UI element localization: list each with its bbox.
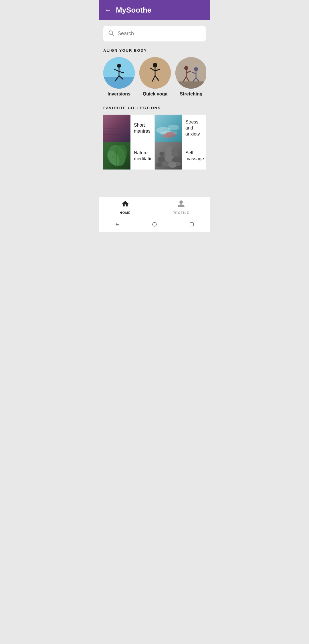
svg-line-1 <box>112 34 114 35</box>
nav-profile-label: PROFILE <box>173 211 189 214</box>
android-nav-bar <box>99 217 210 232</box>
collection-short-mantras[interactable]: Short mantras <box>103 115 154 142</box>
search-input[interactable] <box>118 31 201 37</box>
android-recents-button[interactable] <box>187 220 196 229</box>
collections-section: FAVORITE COLLECTIONS <box>99 99 210 170</box>
collection-stress-thumb <box>155 115 182 142</box>
category-quick-yoga[interactable]: Quick yoga <box>139 57 171 97</box>
svg-point-68 <box>165 146 172 151</box>
nav-home-label: HOME <box>120 211 131 214</box>
align-section-title: ALIGN YOUR BODY <box>103 48 206 53</box>
svg-point-62 <box>168 162 177 168</box>
category-stretching[interactable]: Stretching <box>175 57 206 97</box>
collection-nature-label: Nature meditations <box>130 150 154 162</box>
category-stretching-image <box>175 57 206 89</box>
svg-point-4 <box>117 64 121 68</box>
android-back-button[interactable] <box>113 220 122 229</box>
collections-grid: Short mantras <box>103 115 206 170</box>
collection-stress-anxiety[interactable]: Stress and anxiety <box>155 115 206 142</box>
align-section: ALIGN YOUR BODY Inversions <box>99 41 210 99</box>
android-home-button[interactable] <box>150 220 159 229</box>
app-title: MySoothe <box>116 6 151 15</box>
search-bar <box>103 26 206 41</box>
nav-profile[interactable]: PROFILE <box>173 200 189 214</box>
svg-point-69 <box>152 222 157 226</box>
svg-point-44 <box>168 125 179 130</box>
svg-point-11 <box>153 63 157 67</box>
home-icon <box>121 200 129 210</box>
svg-point-66 <box>159 152 165 156</box>
category-inversions-image <box>103 57 135 89</box>
category-inversions-label: Inversions <box>108 91 130 97</box>
svg-point-61 <box>162 161 169 167</box>
back-button[interactable]: ← <box>104 6 111 14</box>
profile-icon <box>177 200 185 210</box>
collection-massage-label: Self massage <box>182 150 206 162</box>
collection-self-massage[interactable]: Self massage <box>155 142 206 170</box>
collection-nature-thumb <box>103 142 130 170</box>
svg-rect-3 <box>103 77 135 89</box>
collection-mantras-thumb <box>103 115 130 142</box>
categories-list: Inversions Quick yoga <box>103 57 206 99</box>
category-yoga-label: Quick yoga <box>143 91 167 97</box>
category-yoga-image <box>139 57 171 89</box>
collection-mantras-label: Short mantras <box>130 122 154 134</box>
svg-point-24 <box>194 67 198 71</box>
svg-rect-18 <box>175 81 206 89</box>
search-icon <box>108 30 114 37</box>
category-inversions[interactable]: Inversions <box>103 57 135 97</box>
svg-point-67 <box>173 152 178 157</box>
collection-nature-meditations[interactable]: Nature meditations <box>103 142 154 170</box>
bottom-navigation: HOME PROFILE <box>99 197 210 217</box>
app-header: ← MySoothe <box>99 0 210 20</box>
nav-home[interactable]: HOME <box>120 200 131 214</box>
svg-rect-70 <box>190 223 193 226</box>
svg-point-63 <box>156 162 162 167</box>
collection-stress-label: Stress and anxiety <box>182 119 206 137</box>
category-stretching-label: Stretching <box>180 91 202 97</box>
svg-point-64 <box>176 162 181 166</box>
svg-line-40 <box>103 134 130 135</box>
collections-section-title: FAVORITE COLLECTIONS <box>103 106 206 110</box>
svg-point-47 <box>162 134 169 138</box>
collection-massage-thumb <box>155 142 182 170</box>
svg-point-19 <box>184 66 188 70</box>
